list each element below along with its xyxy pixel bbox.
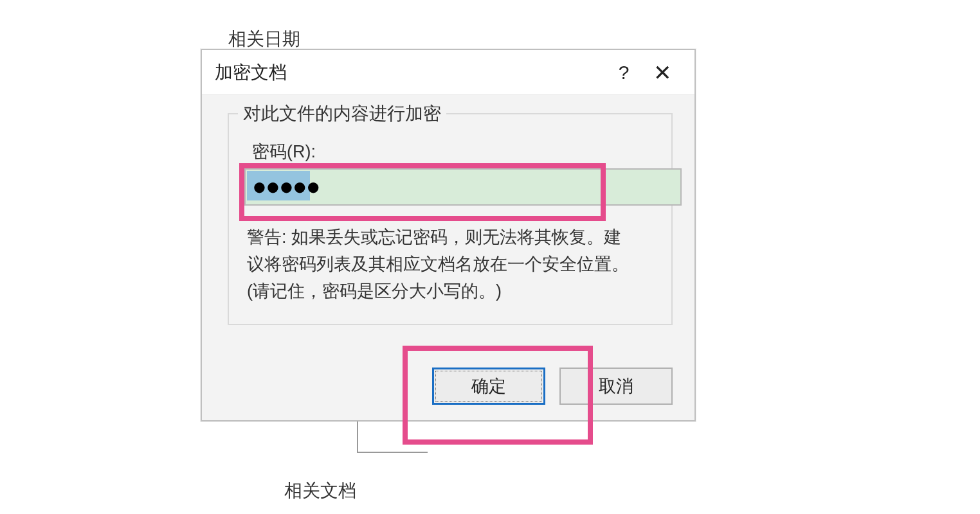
close-icon[interactable]: ✕ — [643, 60, 682, 85]
background-text-bottom: 相关文档 — [284, 479, 356, 503]
background-line — [357, 421, 428, 453]
dialog-titlebar: 加密文档 ? ✕ — [202, 50, 694, 95]
dialog-button-row: 确定 取消 — [202, 355, 694, 405]
warning-line-3: (请记住，密码是区分大小写的。) — [247, 281, 502, 301]
warning-line-1: 警告: 如果丢失或忘记密码，则无法将其恢复。建 — [247, 227, 621, 247]
password-input-container: ●●●●● — [244, 168, 682, 206]
warning-line-2: 议将密码列表及其相应文档名放在一个安全位置。 — [247, 254, 629, 274]
ok-button[interactable]: 确定 — [432, 368, 545, 405]
password-input[interactable]: ●●●●● — [244, 168, 682, 206]
password-label: 密码(R): — [252, 140, 656, 163]
dialog-title: 加密文档 — [215, 60, 604, 85]
cancel-button[interactable]: 取消 — [559, 368, 673, 405]
background-text-top: 相关日期 — [228, 27, 300, 51]
encrypt-document-dialog: 加密文档 ? ✕ 对此文件的内容进行加密 密码(R): ●●●●● 警告: 如果… — [201, 49, 696, 421]
password-masked-value: ●●●●● — [252, 172, 320, 200]
password-warning-text: 警告: 如果丢失或忘记密码，则无法将其恢复。建 议将密码列表及其相应文档名放在一… — [244, 224, 656, 305]
fieldset-legend: 对此文件的内容进行加密 — [238, 102, 446, 126]
help-icon[interactable]: ? — [604, 62, 643, 84]
encrypt-fieldset: 对此文件的内容进行加密 密码(R): ●●●●● 警告: 如果丢失或忘记密码，则… — [228, 113, 673, 325]
dialog-content: 对此文件的内容进行加密 密码(R): ●●●●● 警告: 如果丢失或忘记密码，则… — [202, 95, 694, 325]
